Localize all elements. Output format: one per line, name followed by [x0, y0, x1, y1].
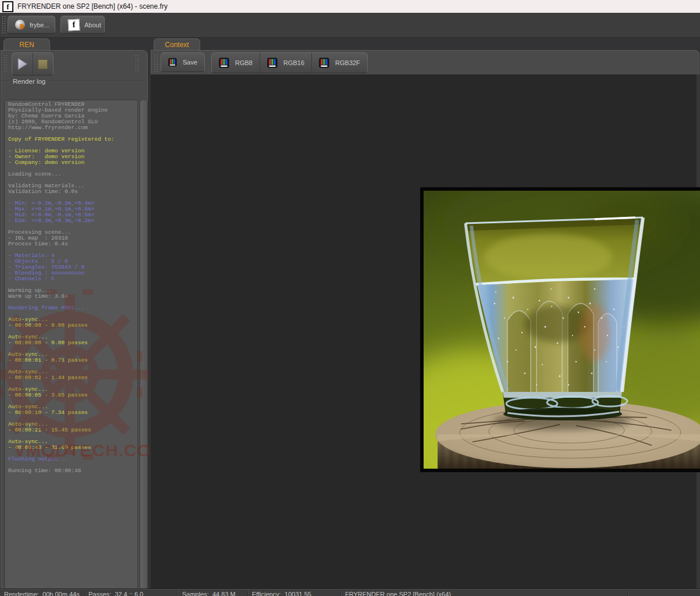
status-separator: [85, 590, 86, 596]
save-button[interactable]: Save: [161, 52, 205, 72]
status-bar: Rendertime: 00h 00m 44s Passes: 32.4 :: …: [0, 588, 700, 596]
log-vertical-scrollbar[interactable]: [140, 99, 148, 592]
log-line: - 00:00:05 - 3.65 passes: [8, 392, 137, 398]
rgb16-button-label: RGB16: [283, 59, 304, 66]
status-samples: Samples: 44.83 M: [182, 591, 236, 596]
context-toolbar-drag-handle[interactable]: [154, 54, 159, 72]
log-line: Warm up time: 3.6s: [8, 294, 137, 299]
stop-icon: [38, 59, 48, 69]
about-button[interactable]: f About: [61, 16, 105, 34]
log-line: - 00:00:10 - 7.34 passes: [8, 410, 137, 416]
render-viewport: [151, 74, 700, 588]
log-line: - 00:00:00 - 0.00 passes: [8, 323, 137, 329]
log-line: - 00:00:02 - 1.44 passes: [8, 375, 137, 381]
log-line: Copy of FRYRENDER registered to:: [8, 137, 137, 142]
log-line: Flushing output...: [8, 456, 137, 462]
rgb8-floppy-icon: [219, 58, 229, 68]
rgb32f-button[interactable]: RGB32F: [311, 53, 367, 73]
tab-ren-label: REN: [19, 41, 34, 49]
render-log-label: Render log: [9, 78, 49, 85]
rendered-image: [420, 187, 700, 472]
status-passes: Passes: 32.4 :: 6.0: [88, 591, 143, 596]
render-toolbar: [1, 51, 147, 76]
tab-context-label: Context: [165, 41, 189, 49]
rgb8-button-label: RGB8: [235, 59, 253, 66]
app-icon: f: [2, 1, 13, 12]
log-line: - Channels : C: [8, 276, 137, 282]
status-separator: [247, 590, 248, 596]
status-separator: [627, 590, 628, 596]
log-line: Loading scene...: [8, 172, 137, 177]
stop-render-button[interactable]: [33, 53, 54, 75]
rgb32f-floppy-icon: [319, 58, 329, 68]
rgb32f-button-label: RGB32F: [335, 59, 360, 66]
rgb16-button[interactable]: RGB16: [260, 53, 311, 73]
fryball-button[interactable]: frybe...: [8, 16, 55, 34]
log-line: http://www.fryrender.com: [8, 125, 137, 131]
status-efficiency: Efficiency: 10031.55: [252, 591, 311, 596]
rgb16-floppy-icon: [267, 58, 278, 68]
tab-ren[interactable]: REN: [3, 38, 50, 50]
log-line: - 00:00:01 - 0.71 passes: [8, 358, 137, 363]
render-toolbar-end-handle[interactable]: [135, 55, 140, 72]
render-control-group: [12, 52, 54, 76]
fryrender-ball-icon: [15, 20, 25, 30]
play-icon: [15, 57, 29, 71]
log-line: Validation time: 0.0s: [8, 189, 137, 195]
render-panel: REN: [0, 37, 149, 588]
log-line: - Dim: <+0.3m,+0.3m,+0.2m>: [8, 218, 137, 224]
tab-context[interactable]: Context: [154, 38, 200, 50]
render-log-legend: Render log: [1, 77, 147, 85]
render-panel-body: Render log RandomControl FRYRENDERPhysic…: [1, 50, 148, 588]
about-button-label: About: [84, 22, 101, 28]
status-separator: [340, 590, 342, 596]
save-button-label: Save: [183, 59, 197, 66]
context-toolbar: Save RGB8: [151, 50, 699, 74]
status-rendertime: Rendertime: 00h 00m 44s: [4, 591, 80, 596]
rgb-format-group: RGB8 RGB16: [211, 52, 368, 73]
window-title: FRYRENDER one SP2 [Bench] (x64) - scene.…: [17, 2, 168, 10]
fryrender-f-icon: f: [67, 19, 80, 31]
log-line: - 00:00:21 - 15.45 passes: [8, 427, 137, 433]
render-toolbar-drag-handle[interactable]: [3, 55, 8, 72]
log-line: Process time: 0.4s: [8, 241, 137, 247]
status-app-version: FRYRENDER one SP2 [Bench] (x64): [345, 591, 451, 596]
log-line: - 00:00:00 - 0.00 passes: [8, 340, 137, 346]
save-floppy-icon: [168, 57, 177, 67]
log-line: - Company: demo version: [8, 160, 137, 166]
log-line: - 00:00:43 - 31.69 passes: [8, 445, 137, 451]
fryball-button-label: frybe...: [30, 22, 49, 28]
rgb8-button[interactable]: RGB8: [212, 53, 260, 73]
status-separator: [177, 590, 178, 596]
title-bar: f FRYRENDER one SP2 [Bench] (x64) - scen…: [0, 0, 700, 13]
toolbar-drag-handle[interactable]: [2, 16, 6, 34]
start-render-button[interactable]: [12, 53, 33, 75]
log-line: Rendering frame #001...: [8, 305, 137, 311]
log-line: Running time: 00:00:48: [8, 468, 137, 474]
context-panel: Context Save: [150, 37, 700, 588]
application-window: f FRYRENDER one SP2 [Bench] (x64) - scen…: [0, 0, 700, 596]
render-log-text[interactable]: RandomControl FRYRENDERPhysically-based …: [4, 99, 138, 592]
main-toolbar: frybe... f About: [0, 13, 700, 38]
